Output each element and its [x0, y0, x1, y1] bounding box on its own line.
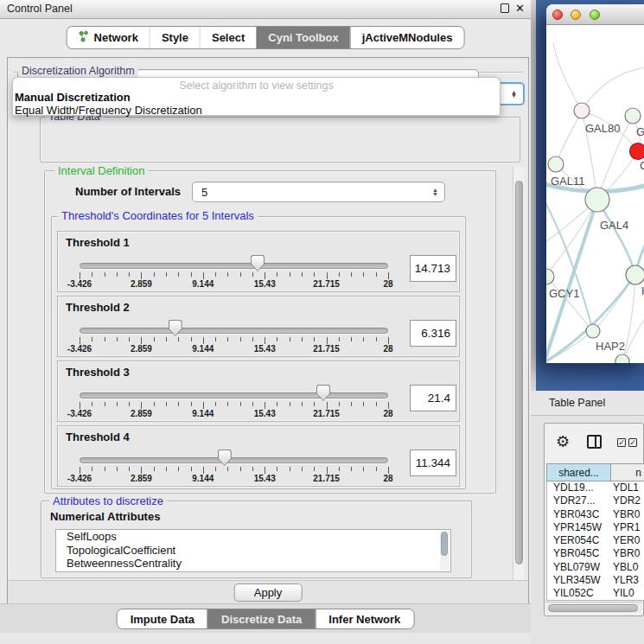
apply-button[interactable]: Apply [234, 583, 303, 602]
network-node[interactable] [546, 269, 554, 284]
settings-scroll-area: Number of Intervals 5 ▲▼ Threshold 1-3.4… [13, 167, 525, 580]
tab-network[interactable]: Network [67, 27, 150, 48]
threshold-box: Threshold 3-3.4262.8599.14415.4321.71528… [57, 360, 460, 422]
tab-label: Style [162, 31, 188, 44]
threshold-slider-track[interactable] [80, 392, 388, 399]
table-row[interactable]: YBR043CYBR0 [547, 508, 644, 521]
threshold-slider-thumb[interactable] [251, 255, 265, 271]
algorithm-option[interactable]: Manual Discretization [15, 91, 501, 104]
network-node[interactable] [615, 354, 629, 363]
network-window-titlebar [546, 4, 644, 25]
table-row[interactable]: YBL079WYBL0 [547, 561, 644, 574]
table-header-row: shared...n [546, 463, 644, 481]
numerical-attributes-list[interactable]: SelfLoopsTopologicalCoefficientBetweenne… [55, 529, 451, 572]
network-node[interactable] [574, 103, 590, 118]
table-column-header[interactable]: shared... [546, 463, 611, 481]
tab-label: Impute Data [131, 613, 194, 626]
table-row[interactable]: YBR045CYBR0 [547, 547, 644, 560]
thresholds-group: Threshold 1-3.4262.8599.14415.4321.71528… [51, 216, 466, 489]
threshold-slider-track[interactable] [80, 457, 388, 463]
threshold-slider-thumb[interactable] [169, 320, 182, 336]
tab-label: Network [94, 31, 138, 44]
network-node[interactable] [630, 143, 644, 160]
mac-close-icon[interactable] [552, 10, 563, 20]
table-column-header[interactable]: n [611, 463, 644, 481]
slider-tick-labels: -3.4262.8599.14415.4321.71528 [80, 474, 388, 484]
algorithm-option[interactable]: Equal Width/Frequency Discretization [15, 104, 501, 117]
attribute-item[interactable]: TopologicalCoefficient [56, 544, 450, 558]
tab-impute-data[interactable]: Impute Data [118, 609, 207, 628]
algorithm-dropdown-popup: Select algorithm to view settings Manual… [12, 77, 501, 116]
threshold-value-field[interactable]: 14.713 [410, 255, 456, 282]
tab-select[interactable]: Select [200, 27, 256, 48]
settings-vertical-scrollbar[interactable] [513, 167, 525, 580]
threshold-slider-thumb[interactable] [218, 450, 232, 466]
table-row[interactable]: YDL19...YDL1 [547, 481, 644, 494]
float-icon[interactable] [501, 3, 509, 13]
checkbox-icon[interactable]: ✓ [628, 438, 637, 447]
mac-zoom-icon[interactable] [590, 10, 600, 20]
table-cell: YIL0 [613, 587, 634, 600]
threshold-label: Threshold 1 [66, 236, 130, 249]
close-icon[interactable]: ✕ [515, 2, 525, 15]
threshold-value-field[interactable]: 6.316 [410, 320, 456, 347]
table-cell: YER054C [547, 534, 613, 547]
threshold-slider-track[interactable] [80, 263, 388, 269]
algorithm-placeholder: Select algorithm to view settings [13, 80, 500, 92]
bottom-tab-bar: Impute DataDiscretize DataInfer Network [117, 609, 415, 629]
table-row[interactable]: YDR27...YDR2 [547, 494, 644, 507]
attributes-group: Numerical Attributes SelfLoopsTopologica… [41, 501, 472, 578]
network-edge [622, 310, 644, 361]
tab-jactivemnodules[interactable]: jActiveMNodules [350, 27, 464, 48]
tab-label: Select [212, 31, 245, 44]
threshold-value-field[interactable]: 21.4 [410, 385, 456, 411]
threshold-value-field[interactable]: 11.344 [410, 450, 456, 476]
network-node[interactable] [626, 265, 644, 284]
attributes-list-scrollbar[interactable] [440, 531, 450, 571]
tab-cyni-toolbox[interactable]: Cyni Toolbox [256, 27, 349, 48]
network-node-label: GAL80 [585, 122, 620, 135]
network-edge-thick [597, 200, 635, 275]
network-canvas[interactable]: GAL80GACGAL11GAL4GCY1HHAP2 [546, 25, 644, 363]
num-intervals-combobox[interactable]: 5 ▲▼ [192, 182, 445, 202]
gear-icon[interactable]: ⚙ [556, 432, 570, 451]
tab-style[interactable]: Style [150, 27, 200, 48]
top-tab-bar: NetworkStyleSelectCyni ToolboxjActiveMNo… [67, 26, 465, 49]
table-horizontal-scrollbar[interactable] [545, 602, 642, 613]
threshold-label: Threshold 3 [66, 366, 130, 379]
network-node[interactable] [585, 188, 609, 212]
network-node[interactable] [625, 108, 641, 124]
network-node[interactable] [548, 156, 564, 172]
table-panel-titlebar: Table Panel [531, 391, 644, 416]
columns-icon[interactable] [587, 435, 602, 449]
slider-tick-labels: -3.4262.8599.14415.4321.71528 [80, 279, 388, 290]
bottom-filler [0, 633, 531, 644]
attribute-item[interactable]: BetweennessCentrality [56, 557, 450, 571]
attributes-group-title: Attributes to discretize [49, 494, 167, 507]
table-cell: YIL052C [547, 587, 613, 600]
network-edge-thick [546, 196, 593, 331]
threshold-slider-thumb[interactable] [316, 385, 330, 401]
network-node[interactable] [586, 324, 600, 338]
table-cell: YDR2 [613, 494, 641, 507]
table-row[interactable]: YLR345WYLR3 [547, 574, 644, 587]
mac-minimize-icon[interactable] [571, 10, 581, 20]
control-panel: Control Panel ✕ NetworkStyleSelectCyni T… [0, 0, 531, 644]
table-cell: YBR0 [613, 547, 640, 560]
panel-title: Control Panel [7, 0, 73, 18]
threshold-slider-track[interactable] [80, 328, 388, 334]
table-row[interactable]: YIL052CYIL0 [547, 587, 644, 600]
table-panel-title: Table Panel [549, 397, 605, 409]
tab-label: jActiveMNodules [362, 31, 453, 44]
tab-discretize-data[interactable]: Discretize Data [207, 609, 315, 628]
num-intervals-value: 5 [201, 186, 207, 199]
network-view-window[interactable]: GAL80GACGAL11GAL4GCY1HHAP2 [546, 4, 644, 363]
numerical-attributes-label: Numerical Attributes [50, 510, 160, 523]
table-row[interactable]: YPR145WYPR1 [547, 521, 644, 534]
table-row[interactable]: YER054CYER0 [547, 534, 644, 547]
threshold-box: Threshold 1-3.4262.8599.14415.4321.71528… [57, 231, 460, 292]
tab-infer-network[interactable]: Infer Network [315, 609, 413, 628]
checkbox-icon[interactable]: ✓ [617, 438, 626, 447]
cyni-toolbox-panel: Discretization Algorithm ▲▼ Select algor… [7, 57, 529, 603]
attribute-item[interactable]: SelfLoops [56, 530, 450, 544]
